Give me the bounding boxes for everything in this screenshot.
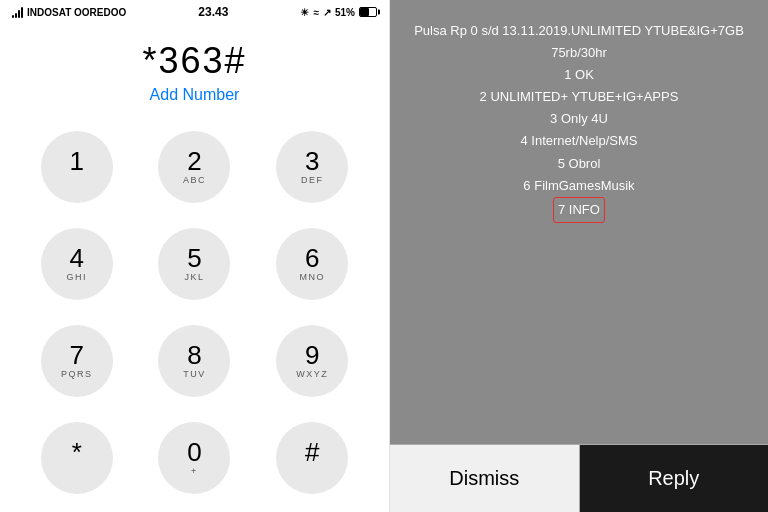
dismiss-button[interactable]: Dismiss	[390, 445, 580, 512]
message-area: Pulsa Rp 0 s/d 13.11.2019.UNLIMITED YTUB…	[390, 0, 768, 444]
action-buttons: Dismiss Reply	[390, 444, 768, 512]
key-3-letters: DEF	[301, 175, 324, 185]
dialer-panel: INDOSAT OOREDOO 23.43 ☀ ≈ ↗ 51% *363# Ad…	[0, 0, 390, 512]
key-7-letters: PQRS	[61, 369, 93, 379]
message-line-7: 5 Obrol	[558, 156, 601, 171]
key-7-digit: 7	[70, 342, 84, 368]
message-line-6: 4 Internet/Nelp/SMS	[520, 133, 637, 148]
signal-icon-right: ↗	[323, 7, 331, 18]
key-3[interactable]: 3 DEF	[276, 131, 348, 203]
message-line-5: 3 Only 4U	[550, 111, 608, 126]
dialed-number: *363#	[20, 40, 369, 82]
status-bar: INDOSAT OOREDOO 23.43 ☀ ≈ ↗ 51%	[0, 0, 389, 24]
key-4-letters: GHI	[67, 272, 88, 282]
key-3-digit: 3	[305, 148, 319, 174]
key-8-letters: TUV	[183, 369, 206, 379]
add-number-link[interactable]: Add Number	[20, 86, 369, 104]
key-0[interactable]: 0 +	[158, 422, 230, 494]
key-8[interactable]: 8 TUV	[158, 325, 230, 397]
key-9[interactable]: 9 WXYZ	[276, 325, 348, 397]
key-star-letters	[75, 466, 79, 476]
key-7[interactable]: 7 PQRS	[41, 325, 113, 397]
key-5[interactable]: 5 JKL	[158, 228, 230, 300]
key-6-letters: MNO	[299, 272, 325, 282]
key-1-digit: 1	[70, 148, 84, 174]
key-5-letters: JKL	[184, 272, 204, 282]
key-0-letters: +	[191, 466, 198, 476]
wifi-icon: ≈	[313, 7, 319, 18]
battery-icon	[359, 7, 377, 17]
message-line-4: 2 UNLIMITED+ YTUBE+IG+APPS	[480, 89, 679, 104]
message-line-1: Pulsa Rp 0 s/d 13.11.2019.UNLIMITED YTUB…	[414, 23, 744, 38]
key-star[interactable]: *	[41, 422, 113, 494]
carrier-name: INDOSAT OOREDOO	[27, 7, 126, 18]
message-line-3: 1 OK	[564, 67, 594, 82]
message-line-2: 75rb/30hr	[551, 45, 607, 60]
reply-button[interactable]: Reply	[580, 445, 769, 512]
key-0-digit: 0	[187, 439, 201, 465]
key-4-digit: 4	[70, 245, 84, 271]
signal-icon	[12, 6, 23, 18]
key-9-letters: WXYZ	[296, 369, 328, 379]
brightness-icon: ☀	[300, 7, 309, 18]
key-hash-letters	[310, 466, 314, 476]
message-line-8: 6 FilmGamesMusik	[523, 178, 634, 193]
key-hash[interactable]: #	[276, 422, 348, 494]
message-line-9-highlighted: 7 INFO	[553, 197, 605, 223]
key-2-digit: 2	[187, 148, 201, 174]
keypad: 1 2 ABC 3 DEF 4 GHI 5 JKL 6 MNO 7 PQRS 8	[0, 112, 389, 512]
key-8-digit: 8	[187, 342, 201, 368]
key-2-letters: ABC	[183, 175, 206, 185]
key-6-digit: 6	[305, 245, 319, 271]
key-2[interactable]: 2 ABC	[158, 131, 230, 203]
status-time: 23.43	[198, 5, 228, 19]
key-9-digit: 9	[305, 342, 319, 368]
key-5-digit: 5	[187, 245, 201, 271]
sms-panel: Pulsa Rp 0 s/d 13.11.2019.UNLIMITED YTUB…	[390, 0, 768, 512]
key-4[interactable]: 4 GHI	[41, 228, 113, 300]
message-text: Pulsa Rp 0 s/d 13.11.2019.UNLIMITED YTUB…	[414, 20, 744, 223]
key-1[interactable]: 1	[41, 131, 113, 203]
battery-percent: 51%	[335, 7, 355, 18]
key-1-letters	[75, 175, 79, 185]
status-left: INDOSAT OOREDOO	[12, 6, 126, 18]
dialer-display: *363# Add Number	[0, 24, 389, 112]
key-star-digit: *	[72, 439, 82, 465]
status-right: ☀ ≈ ↗ 51%	[300, 7, 377, 18]
key-6[interactable]: 6 MNO	[276, 228, 348, 300]
key-hash-digit: #	[305, 439, 319, 465]
